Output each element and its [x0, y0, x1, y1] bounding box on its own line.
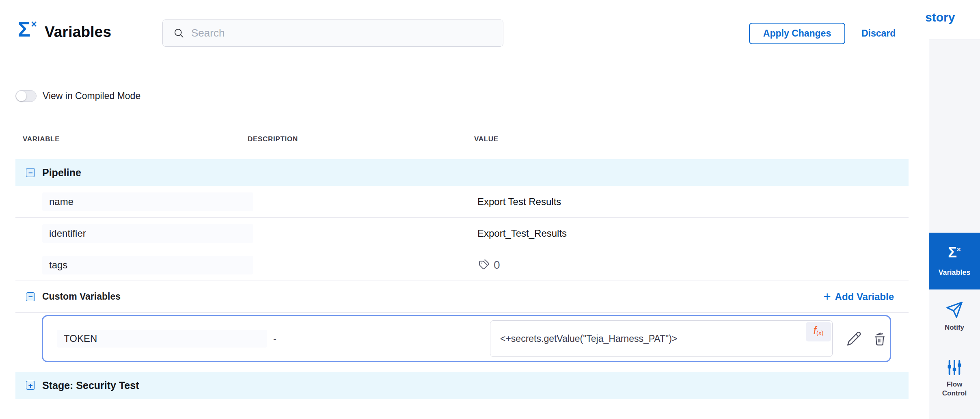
add-variable-button[interactable]: + Add Variable: [824, 291, 894, 302]
variables-drawer-panel: Σ× Variables Apply Changes Discard View …: [0, 0, 929, 419]
sigma-fx-icon: Σ×: [18, 19, 37, 40]
toggle-knob: [16, 91, 26, 101]
sigma-fx-icon: Σ×: [948, 245, 961, 263]
tags-count: 0: [494, 259, 500, 272]
tag-icon: [477, 259, 490, 271]
section-label: Pipeline: [42, 167, 81, 179]
collapse-icon[interactable]: −: [26, 292, 35, 301]
compiled-mode-toggle-row: View in Compiled Mode: [15, 90, 140, 102]
custom-variable-name-input[interactable]: TOKEN: [57, 330, 267, 348]
search-input[interactable]: [191, 27, 475, 39]
collapse-icon[interactable]: −: [26, 168, 35, 177]
expression-fx-badge[interactable]: f(x): [806, 322, 831, 341]
sidebar-item-notify[interactable]: Notify: [929, 300, 980, 345]
section-header-stage-security-test[interactable]: + Stage: Security Test: [15, 372, 909, 399]
section-label: Stage: Security Test: [42, 380, 139, 391]
variable-name-cell: identifier: [42, 224, 253, 243]
compiled-mode-toggle[interactable]: [15, 90, 37, 102]
compiled-mode-label: View in Compiled Mode: [43, 91, 140, 102]
expand-icon[interactable]: +: [26, 381, 35, 390]
variable-name-cell: tags: [42, 256, 253, 274]
plus-icon: +: [824, 291, 831, 302]
section-header-custom-variables: − Custom Variables + Add Variable: [15, 281, 909, 313]
paper-plane-icon: [945, 300, 964, 319]
variable-value-cell: Export_Test_Results: [477, 228, 567, 239]
variable-value-cell: Export Test Results: [477, 196, 561, 207]
expression-text: <+secrets.getValue("Teja_Harness_PAT")>: [500, 333, 677, 344]
page-top-bar: story: [929, 0, 980, 39]
delete-variable-button[interactable]: [872, 331, 887, 346]
variable-name-cell: name: [42, 192, 253, 211]
section-header-pipeline[interactable]: − Pipeline: [15, 159, 909, 186]
discard-button[interactable]: Discard: [861, 23, 896, 44]
sidebar-item-flow-control[interactable]: Flow Control: [929, 359, 980, 416]
table-header: VARIABLE DESCRIPTION VALUE: [15, 135, 909, 145]
search-icon: [173, 28, 184, 39]
trash-icon: [872, 331, 887, 346]
variables-table: − Pipeline name Export Test Results iden…: [15, 159, 909, 399]
sidebar-item-variables[interactable]: Σ× Variables: [929, 233, 980, 289]
table-row: identifier Export_Test_Results: [15, 218, 909, 249]
search-box[interactable]: [162, 19, 503, 47]
edit-variable-button[interactable]: [846, 330, 862, 347]
column-header-variable: VARIABLE: [23, 135, 60, 143]
sliders-icon: [946, 359, 963, 376]
underlying-page-strip: story Σ× Variables Notify Flow Control: [929, 0, 980, 419]
apply-changes-button[interactable]: Apply Changes: [749, 23, 845, 44]
custom-variable-value-input[interactable]: <+secrets.getValue("Teja_Harness_PAT")> …: [490, 320, 833, 357]
table-row: tags 0: [15, 249, 909, 281]
column-header-description: DESCRIPTION: [248, 135, 298, 143]
pencil-icon: [846, 330, 862, 347]
variable-value-cell: 0: [477, 259, 500, 272]
custom-variable-card-wrap: TOKEN - <+secrets.getValue("Teja_Harness…: [15, 313, 909, 367]
custom-variable-description: -: [273, 333, 276, 344]
section-label: Custom Variables: [42, 291, 121, 302]
table-row: name Export Test Results: [15, 186, 909, 218]
background-tab-history[interactable]: story: [925, 11, 955, 24]
harness-variables-drawer: { "header": { "title": "Variables", "sea…: [0, 0, 980, 419]
page-title: Variables: [45, 24, 111, 41]
custom-variable-card: TOKEN - <+secrets.getValue("Teja_Harness…: [42, 315, 891, 362]
drawer-header: Σ× Variables Apply Changes Discard: [0, 0, 929, 66]
column-header-value: VALUE: [474, 135, 499, 143]
